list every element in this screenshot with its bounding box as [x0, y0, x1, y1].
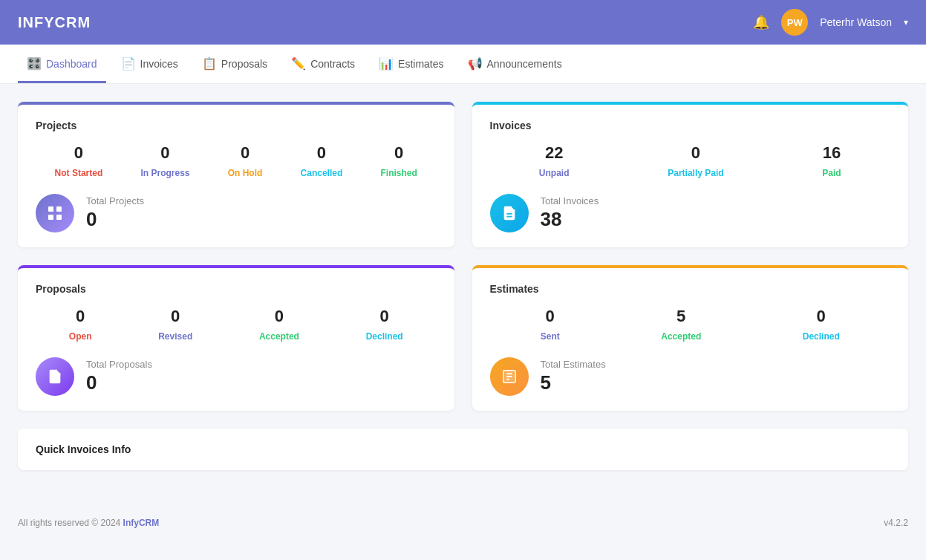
footer-version: v4.2.2	[884, 518, 908, 528]
projects-total-label: Total Projects	[86, 195, 144, 206]
stat-on-hold-value: 0	[228, 143, 263, 163]
proposals-icon	[36, 357, 74, 396]
stat-open-label: Open	[69, 331, 92, 342]
nav-item-proposals[interactable]: 📋 Proposals	[193, 45, 276, 83]
header-right: 🔔 PW Peterhr Watson ▾	[753, 9, 908, 36]
stat-proposals-accepted-value: 0	[259, 307, 299, 326]
estimates-total-label: Total Estimates	[541, 359, 606, 370]
proposals-total-label: Total Proposals	[86, 359, 152, 370]
stat-partially-paid-label: Partially Paid	[668, 168, 723, 178]
stat-proposals-declined-label: Declined	[366, 331, 403, 342]
invoices-stats-row: 22 Unpaid 0 Partially Paid 16 Paid	[490, 143, 891, 179]
invoices-card: Invoices 22 Unpaid 0 Partially Paid 16 P…	[472, 102, 909, 247]
nav-item-invoices[interactable]: 📄 Invoices	[112, 45, 187, 83]
estimates-card-footer: Total Estimates 5	[490, 357, 891, 396]
svg-rect-1	[56, 206, 62, 212]
quick-invoices-title: Quick Invoices Info	[36, 443, 890, 455]
dashboard-icon: 🎛️	[27, 56, 42, 71]
stat-finished-label: Finished	[380, 168, 417, 178]
stat-unpaid-value: 22	[539, 143, 570, 163]
stat-in-progress: 0 In Progress	[140, 143, 189, 179]
quick-invoices-section: Quick Invoices Info	[18, 429, 908, 470]
nav-label-estimates: Estimates	[398, 58, 443, 70]
projects-card-title: Projects	[36, 120, 437, 131]
stat-paid: 16 Paid	[822, 143, 841, 179]
nav-item-contracts[interactable]: ✏️ Contracts	[282, 45, 364, 83]
proposals-card-title: Proposals	[36, 283, 437, 295]
stat-estimates-accepted: 5 Accepted	[661, 307, 701, 342]
nav-label-invoices: Invoices	[140, 58, 178, 70]
stat-open-value: 0	[69, 307, 92, 326]
nav-label-dashboard: Dashboard	[46, 58, 97, 70]
stat-cancelled-value: 0	[301, 143, 343, 163]
estimates-card: Estimates 0 Sent 5 Accepted 0 Declined	[472, 265, 909, 411]
projects-stats-row: 0 Not Started 0 In Progress 0 On Hold 0 …	[36, 143, 437, 179]
avatar: PW	[781, 9, 808, 36]
estimates-stats-row: 0 Sent 5 Accepted 0 Declined	[490, 307, 891, 342]
header: INFYCRM 🔔 PW Peterhr Watson ▾	[0, 0, 926, 45]
stat-proposals-declined-value: 0	[366, 307, 403, 326]
projects-card-footer: Total Projects 0	[36, 194, 437, 232]
stat-on-hold-label: On Hold	[228, 168, 263, 178]
invoices-total-label: Total Invoices	[541, 195, 599, 206]
stat-estimates-declined-value: 0	[803, 307, 840, 326]
main-nav: 🎛️ Dashboard 📄 Invoices 📋 Proposals ✏️ C…	[0, 45, 926, 84]
stat-cancelled-label: Cancelled	[301, 168, 343, 178]
stat-sent: 0 Sent	[541, 307, 560, 342]
proposals-card-footer: Total Proposals 0	[36, 357, 437, 396]
svg-rect-0	[48, 206, 53, 212]
projects-card: Projects 0 Not Started 0 In Progress 0 O…	[18, 102, 454, 247]
svg-rect-3	[56, 215, 62, 220]
projects-total: Total Projects 0	[86, 195, 144, 231]
stat-estimates-accepted-value: 5	[661, 307, 701, 326]
stat-not-started-label: Not Started	[55, 168, 103, 178]
stat-open: 0 Open	[69, 307, 92, 342]
stat-estimates-accepted-label: Accepted	[661, 331, 701, 342]
projects-total-value: 0	[86, 208, 144, 231]
nav-label-announcements: Announcements	[487, 58, 562, 70]
main-content: Projects 0 Not Started 0 In Progress 0 O…	[0, 84, 926, 506]
footer-brand-link[interactable]: InfyCRM	[123, 518, 160, 528]
stat-in-progress-label: In Progress	[140, 168, 189, 178]
proposals-total: Total Proposals 0	[86, 359, 152, 394]
nav-item-estimates[interactable]: 📊 Estimates	[370, 45, 452, 83]
user-dropdown-icon[interactable]: ▾	[904, 17, 908, 27]
stat-proposals-accepted-label: Accepted	[259, 331, 299, 342]
estimates-total: Total Estimates 5	[541, 359, 606, 394]
estimates-nav-icon: 📊	[379, 56, 394, 71]
proposals-stats-row: 0 Open 0 Revised 0 Accepted 0 Declined	[36, 307, 437, 342]
stat-sent-value: 0	[541, 307, 560, 326]
projects-icon	[36, 194, 74, 232]
footer-copyright: All rights reserved © 2024 InfyCRM	[18, 518, 159, 528]
stat-sent-label: Sent	[541, 331, 560, 342]
estimates-card-title: Estimates	[490, 283, 891, 295]
nav-item-announcements[interactable]: 📢 Announcements	[459, 45, 571, 83]
stat-finished-value: 0	[380, 143, 417, 163]
stat-partially-paid-value: 0	[668, 143, 723, 163]
stat-partially-paid: 0 Partially Paid	[668, 143, 723, 179]
svg-rect-2	[48, 215, 53, 220]
nav-item-dashboard[interactable]: 🎛️ Dashboard	[18, 45, 106, 83]
user-name: Peterhr Watson	[820, 16, 892, 28]
stat-unpaid-label: Unpaid	[539, 168, 570, 178]
estimates-total-value: 5	[541, 371, 606, 394]
stat-not-started: 0 Not Started	[55, 143, 103, 179]
contracts-nav-icon: ✏️	[291, 56, 306, 71]
nav-label-proposals: Proposals	[221, 58, 267, 70]
invoices-nav-icon: 📄	[121, 56, 136, 71]
invoices-icon	[490, 194, 529, 232]
stat-proposals-declined: 0 Declined	[366, 307, 403, 342]
notification-bell-icon[interactable]: 🔔	[753, 14, 769, 30]
proposals-nav-icon: 📋	[202, 56, 217, 71]
announcements-nav-icon: 📢	[468, 56, 483, 71]
stat-unpaid: 22 Unpaid	[539, 143, 570, 179]
invoices-card-title: Invoices	[490, 120, 891, 131]
invoices-total: Total Invoices 38	[541, 195, 599, 231]
proposals-total-value: 0	[86, 371, 152, 394]
app-logo: INFYCRM	[18, 14, 91, 31]
invoices-total-value: 38	[541, 208, 599, 231]
stat-paid-label: Paid	[822, 168, 841, 178]
stat-finished: 0 Finished	[380, 143, 417, 179]
stat-on-hold: 0 On Hold	[228, 143, 263, 179]
stat-proposals-accepted: 0 Accepted	[259, 307, 299, 342]
